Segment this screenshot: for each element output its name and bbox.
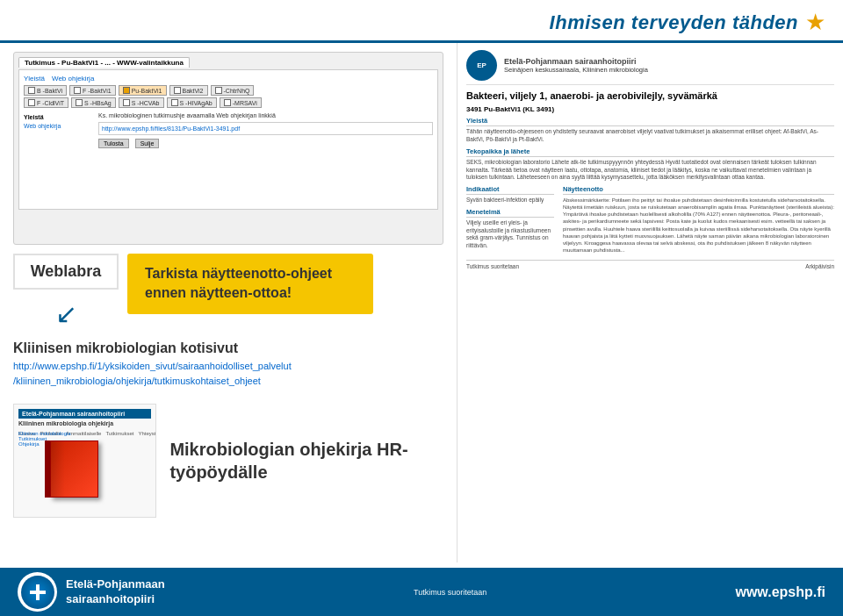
bakt-btn-f[interactable]: F -BaktVi1 [69, 85, 116, 96]
tutkimus-suoritetaan: Tutkimus suoritetaan [414, 588, 486, 597]
section-label-menetelma: Menetelmä [466, 208, 554, 218]
section-label-naytteenotto: Näytteenotto [563, 185, 834, 195]
right-header-text: Etelä-Pohjanmaan sairaanhoitopiiri Seinä… [504, 57, 648, 74]
footer-right-text: Arkipäivisin [805, 263, 834, 269]
section-content-yleista: Tähän näytteenotto-ohjeeseen on yhdistet… [466, 128, 834, 144]
checkbox-mrsa [224, 99, 231, 106]
nav-item-web[interactable]: Web ohjekirja [24, 122, 94, 130]
section-tekopaikka: Tekopaikka ja lähete SEKS, mikrobiologia… [466, 147, 834, 182]
section-label-tekopaikka: Tekopaikka ja lähete [466, 147, 834, 157]
tutkimus-label: Tutkimus suoritetaan [414, 588, 486, 597]
bakt-btn-chtr[interactable]: -ChtrNhQ [211, 85, 255, 96]
col-left: Indikaatiot Syvän bakteeri-infektion epä… [466, 185, 554, 257]
atk-nr: 3491 Pu-BaktVi1 (KL 3491) [466, 105, 834, 113]
section-label-indikaatiot: Indikaatiot [466, 185, 554, 195]
book-screenshot-inner: Etelä-Pohjanmaan sairaanhoitopiiri Kliin… [14, 405, 155, 506]
ep-logo-inner: EP [477, 61, 486, 69]
cross-icon [28, 583, 47, 602]
section-menetelma: Menetelmä Viljely useille eri yleis- ja … [466, 208, 554, 250]
checkbox-hiv [171, 99, 178, 106]
footer-ep-logo [18, 572, 57, 612]
nav-section-yleista: Yleistä [24, 112, 94, 122]
section-content-indikaatiot: Syvän bakteeri-infektion epäily [466, 197, 554, 204]
sairaanhoitopiiri-name: Etelä-Pohjanmaan sairaanhoitopiiri [504, 57, 648, 66]
browser-simulation: Tutkimus - Pu-BaktVi1 - ... - WWW-valint… [13, 52, 443, 245]
tarkista-box: Tarkista näytteenotto-ohjeet ennen näytt… [127, 254, 373, 314]
browser-lower: Yleistä Web ohjekirja Ks. mikrobiologine… [24, 112, 433, 148]
section-label-yleista: Yleistä [466, 117, 834, 126]
footer-org-line2: sairaanhoitopiiri [66, 592, 165, 607]
kliininen-url-line1[interactable]: http://www.epshp.fi/1/yksikoiden_sivut/s… [13, 361, 292, 371]
checkbox-hcv [123, 99, 130, 106]
kliininen-section: Kliinisen mikrobiologian kotisivut http:… [13, 340, 443, 388]
book-section: Etelä-Pohjanmaan sairaanhoitopiiri Kliin… [13, 404, 443, 518]
bakt-btn-b[interactable]: B -BaktVi [24, 85, 67, 96]
mikrobiologian-text: Mikrobiologian ohjekirja HR-työpöydälle [169, 438, 443, 483]
bakteeri-title: Bakteeri, viljely 1, anaerobi- ja aerobi… [466, 90, 834, 102]
checkbox-b [28, 87, 35, 94]
section-content-naytteenotto: Abskessimärkäerite: Potilaen iho peittyt… [563, 197, 834, 254]
two-col-section: Indikaatiot Syvän bakteeri-infektion epä… [466, 185, 834, 257]
footer-url[interactable]: www.epshp.fi [735, 584, 825, 600]
section-content-menetelma: Viljely useille eri yleis- ja erityisalu… [466, 219, 554, 250]
browser-tab-active[interactable]: Tutkimus - Pu-BaktVi1 - ... - WWW-valint… [18, 57, 190, 68]
footer-logo-area: Etelä-Pohjanmaan sairaanhoitopiiri [18, 572, 165, 612]
section-content-tekopaikka: SEKS, mikrobiologian laboratorio Lähete … [466, 159, 834, 182]
checkbox-pu [123, 87, 130, 94]
page-header: Ihmisen terveyden tähden ★ [0, 0, 843, 43]
bakt-btn-mrsa[interactable]: -MRSAVi [220, 97, 262, 108]
page-footer: Etelä-Pohjanmaan sairaanhoitopiiri Tutki… [0, 568, 843, 616]
divider [466, 260, 834, 261]
browser-content: Yleistä Web ohjekirja B -BaktVi F -BaktV… [18, 69, 438, 210]
header-star: ★ [805, 9, 825, 36]
book-cover [50, 441, 98, 498]
right-panel: EP Etelä-Pohjanmaan sairaanhoitopiiri Se… [457, 43, 843, 562]
nav-web-ohjekirja[interactable]: Web ohjekirja [52, 75, 94, 82]
checkbox-cldl [28, 99, 35, 106]
checkbox-f [74, 87, 81, 94]
weblabra-label: Weblabra [31, 262, 102, 280]
location-text: Seinäjoen keskussairaala, Kliininen mikr… [504, 66, 648, 74]
main-content: Tutkimus - Pu-BaktVi1 - ... - WWW-valint… [0, 43, 843, 562]
col-right: Näytteenotto Abskessimärkäerite: Potilae… [563, 185, 834, 257]
browser-right-content: Ks. mikrobiologinen tutkimushje avaamall… [98, 112, 433, 148]
book-screenshot: Etelä-Pohjanmaan sairaanhoitopiiri Kliin… [13, 404, 156, 518]
footer-left-text: Tutkimus suoritetaan [466, 263, 519, 269]
sairaanhoitopiiri-header: EP Etelä-Pohjanmaan sairaanhoitopiiri Se… [466, 50, 834, 85]
browser-tabs: Tutkimus - Pu-BaktVi1 - ... - WWW-valint… [18, 57, 438, 68]
bakt-btn-baktvi2[interactable]: BaktVi2 [169, 85, 208, 96]
bakt-btn-hiv[interactable]: S -HIVAgAb [167, 97, 217, 108]
kliininen-title: Kliinisen mikrobiologian kotisivut [13, 340, 443, 356]
browser-pdf-link[interactable]: http://www.epshp.fi/files/8131/Pu-BaktVi… [102, 125, 240, 132]
bakt-btn-hcv[interactable]: S -HCVAb [119, 97, 164, 108]
bakt-btn-pu[interactable]: Pu-BaktVi1 [119, 85, 167, 96]
browser-link-box: http://www.epshp.fi/files/8131/Pu-BaktVi… [98, 122, 433, 135]
weblabra-box: Weblabra [13, 254, 119, 290]
nav-yleista[interactable]: Yleistä [24, 75, 45, 82]
bakt-btn-cldl[interactable]: F -CldlViT [24, 97, 68, 108]
kliininen-url-line2[interactable]: /kliininen_mikrobiologia/ohjekirja/tutki… [13, 376, 261, 386]
section-indikaatiot: Indikaatiot Syvän bakteeri-infektion epä… [466, 185, 554, 204]
footer-info: Tutkimus suoritetaan Arkipäivisin [466, 263, 834, 269]
footer-ep-logo-inner [21, 576, 54, 609]
footer-org-text: Etelä-Pohjanmaan sairaanhoitopiiri [66, 577, 165, 607]
svg-rect-1 [30, 591, 46, 594]
weblabra-section: Weblabra ↙ Tarkista näytteenotto-ohjeet … [13, 254, 443, 329]
section-naytteenotto: Näytteenotto Abskessimärkäerite: Potilae… [563, 185, 834, 254]
print-button[interactable]: Tulosta [98, 139, 129, 148]
checkbox-baktvi2 [174, 87, 181, 94]
footer-org-line1: Etelä-Pohjanmaan [66, 577, 165, 592]
close-button[interactable]: Sulje [135, 139, 160, 148]
left-panel: Tutkimus - Pu-BaktVi1 - ... - WWW-valint… [0, 43, 457, 562]
checkbox-hbs [76, 99, 83, 106]
arrow-indicator: ↙ [55, 298, 77, 329]
bakt-btn-hbs[interactable]: S -HBsAg [71, 97, 116, 108]
tarkista-text: Tarkista näytteenotto-ohjeet ennen näytt… [145, 266, 332, 300]
browser-description: Ks. mikrobiologinen tutkimushje avaamall… [98, 112, 433, 118]
header-title: Ihmisen terveyden tähden [550, 11, 798, 34]
book-inner-title: Kliininen mikrobiologia ohjekirja [18, 420, 151, 426]
checkbox-chtr [215, 87, 222, 94]
ep-logo-right: EP [466, 50, 497, 81]
section-yleista: Yleistä Tähän näytteenotto-ohjeeseen on … [466, 117, 834, 144]
kliininen-url: http://www.epshp.fi/1/yksikoiden_sivut/s… [13, 359, 443, 388]
